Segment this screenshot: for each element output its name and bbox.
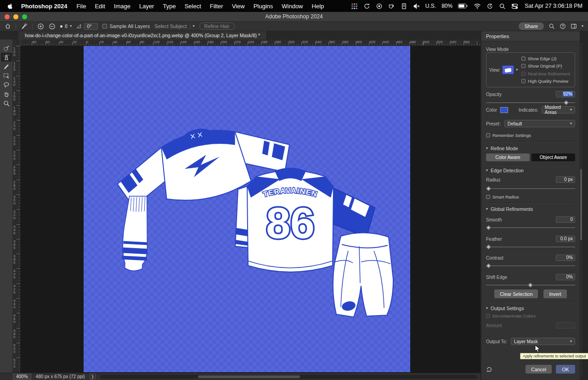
zoom-window-button[interactable] — [22, 14, 27, 19]
search-icon[interactable] — [548, 23, 555, 29]
tool-zoom[interactable] — [1, 99, 12, 108]
checkbox[interactable] — [486, 195, 490, 199]
sample-all-layers-checkbox[interactable]: Sample All Layers — [102, 23, 150, 29]
view-selector[interactable]: View: ▾ — [489, 56, 521, 84]
slider-thumb[interactable] — [486, 245, 491, 250]
radius-field[interactable]: 0 px — [556, 176, 575, 183]
mute-speaker-icon[interactable] — [413, 3, 420, 10]
output-settings-section-header[interactable]: ▾ Output Settings — [486, 305, 575, 311]
slider-thumb[interactable] — [486, 187, 491, 191]
home-icon[interactable] — [5, 23, 11, 29]
ok-button[interactable]: OK — [556, 365, 575, 374]
menu-item[interactable]: Help — [312, 3, 324, 10]
vertical-ruler[interactable]: 1001201401601802002202402602803003203403… — [13, 46, 21, 373]
brush-angle-control[interactable]: 0° — [76, 23, 98, 30]
slider-thumb[interactable] — [486, 226, 491, 230]
close-window-button[interactable] — [5, 14, 10, 19]
menu-item[interactable]: Plugins — [254, 3, 273, 10]
input-source-label[interactable]: U.S. — [425, 3, 436, 9]
canvas-image[interactable]: TERAVAINEN 86 — [84, 46, 410, 372]
remember-settings-checkbox[interactable]: Remember Settings — [486, 133, 575, 138]
invert-button[interactable]: Invert — [543, 289, 566, 298]
subtract-from-selection-icon[interactable] — [49, 23, 56, 30]
smart-radius-checkbox[interactable]: Smart Radius — [486, 194, 575, 199]
slider-thumb[interactable] — [528, 283, 533, 288]
menu-item[interactable]: File — [76, 3, 86, 10]
document-tab[interactable]: how-do-i-change-color-of-a-part-of-an-im… — [18, 31, 267, 40]
checkbox[interactable] — [521, 64, 526, 68]
contrast-field[interactable]: 0% — [556, 255, 575, 261]
horizontal-ruler[interactable]: 0806040200204060801001201401601802002202… — [13, 40, 481, 46]
coffee-cup-icon[interactable] — [388, 3, 395, 10]
notes-doc-icon[interactable] — [401, 3, 407, 10]
show-original-checkbox[interactable]: Show Original (P) — [521, 63, 572, 68]
sync-status-icon[interactable] — [363, 3, 370, 10]
control-center-icon[interactable] — [511, 3, 518, 10]
menu-item[interactable]: Select — [185, 3, 201, 10]
horizontal-scrollbar[interactable] — [100, 375, 477, 379]
apple-menu-icon[interactable] — [7, 2, 14, 10]
view-thumbnail[interactable] — [502, 65, 514, 74]
app-grid-icon[interactable] — [351, 3, 358, 10]
panel-scrollbar-thumb[interactable] — [580, 169, 582, 240]
tool-quick-selection[interactable] — [1, 44, 12, 52]
shift-edge-field[interactable]: 0% — [556, 274, 575, 280]
refine-mode-section-header[interactable]: ▾ Refine Mode — [486, 145, 575, 151]
scrollbar-thumb[interactable] — [198, 375, 300, 378]
zoom-level-field[interactable]: 400% — [13, 374, 31, 380]
menu-item[interactable]: Layer — [139, 3, 154, 10]
preset-dropdown[interactable]: Default ▾ — [504, 120, 575, 127]
menubar-clock[interactable]: Sat Apr 27 3:06:18 PM — [525, 3, 582, 9]
workspace-panels-icon[interactable] — [571, 23, 577, 29]
menu-item[interactable]: Filter — [210, 3, 223, 10]
feather-field[interactable]: 0.0 px — [556, 236, 575, 242]
smooth-field[interactable]: 0 — [556, 216, 575, 223]
checkbox[interactable] — [486, 133, 490, 137]
properties-panel-header[interactable]: Properties — [481, 31, 580, 41]
chevron-down-icon[interactable]: ▾ — [516, 68, 518, 72]
tool-brush[interactable] — [1, 62, 12, 71]
high-quality-preview-checkbox[interactable]: High Quality Preview — [521, 79, 572, 84]
slider-thumb[interactable] — [564, 101, 568, 105]
object-aware-button[interactable]: Object Aware — [531, 153, 575, 161]
status-options-chevron[interactable]: ❯ — [90, 374, 96, 380]
checkbox[interactable] — [102, 24, 107, 28]
active-tool-preset-icon[interactable] — [21, 23, 28, 30]
menu-item[interactable]: Image — [114, 3, 130, 10]
cancel-button[interactable]: Cancel — [526, 365, 552, 374]
slider-thumb[interactable] — [486, 264, 491, 268]
shift-edge-slider[interactable] — [486, 284, 575, 287]
output-to-dropdown[interactable]: Layer Mask ▾ — [511, 338, 575, 345]
clear-selection-button[interactable]: Clear Selection — [494, 289, 538, 298]
opacity-field[interactable]: 92% — [556, 91, 575, 97]
menu-item[interactable]: View — [232, 3, 245, 10]
checkbox[interactable] — [521, 57, 526, 61]
tool-lasso[interactable] — [1, 80, 12, 89]
share-button[interactable]: Share — [519, 23, 544, 30]
wifi-icon[interactable] — [474, 3, 481, 9]
time-machine-icon[interactable] — [486, 3, 493, 10]
minimize-window-button[interactable] — [13, 14, 18, 19]
refine-hair-button[interactable]: Refine Hair — [199, 23, 235, 30]
brush-size-control[interactable]: 8 ▾ — [60, 23, 72, 29]
show-edge-checkbox[interactable]: Show Edge (J) — [521, 56, 572, 61]
feather-slider[interactable] — [486, 245, 575, 249]
app-menu-title[interactable]: Photoshop 2024 — [21, 3, 67, 10]
checkbox[interactable] — [521, 79, 526, 83]
add-to-selection-icon[interactable] — [37, 23, 44, 30]
indicates-dropdown[interactable]: Masked Areas ▾ — [542, 106, 575, 113]
menu-item[interactable]: Edit — [95, 3, 105, 10]
help-icon[interactable] — [560, 23, 566, 29]
tool-object-selection[interactable] — [1, 71, 12, 80]
chevron-down-icon[interactable]: ▾ — [582, 24, 583, 28]
tool-hand[interactable] — [1, 90, 12, 98]
select-subject-button[interactable]: Select Subject ▾ — [154, 23, 194, 29]
spotlight-search-icon[interactable] — [499, 3, 506, 10]
color-aware-button[interactable]: Color Aware — [486, 153, 530, 161]
battery-icon[interactable] — [458, 3, 468, 9]
contrast-slider[interactable] — [486, 264, 575, 268]
brush-angle-value[interactable]: 0° — [84, 23, 98, 30]
global-refinements-section-header[interactable]: ▾ Global Refinements — [486, 206, 575, 212]
menu-item[interactable]: Window — [282, 3, 303, 10]
overlay-color-swatch[interactable] — [500, 107, 508, 113]
